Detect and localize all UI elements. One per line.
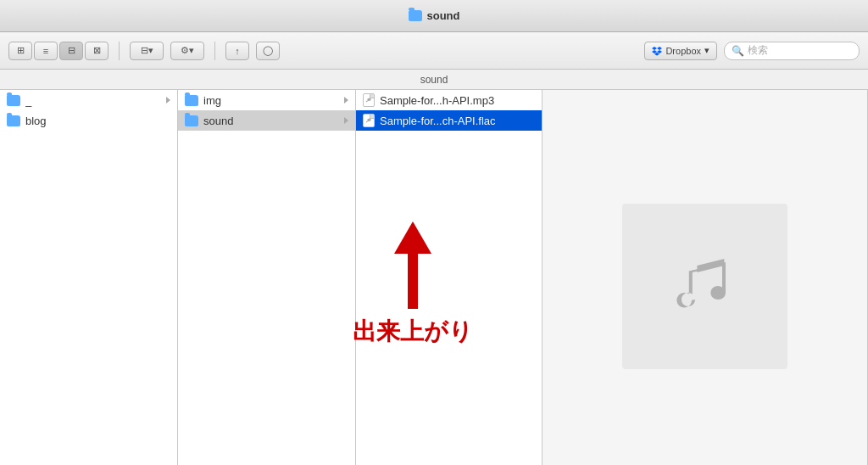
music-note-preview <box>671 252 739 320</box>
title-bar-title: sound <box>409 9 460 22</box>
item-label: Sample-for...ch-API.flac <box>380 115 535 127</box>
folder-icon <box>185 95 198 106</box>
preview-box <box>622 204 787 369</box>
action-btn[interactable]: ⚙▾ <box>170 42 204 60</box>
dropbox-btn[interactable]: Dropbox ▾ <box>644 42 717 60</box>
chevron-right-icon <box>166 97 170 104</box>
path-bar: sound <box>0 70 868 90</box>
item-label: Sample-for...h-API.mp3 <box>380 94 535 107</box>
toolbar: ⊞ ≡ ⊟ ⊠ ⊟▾ ⚙▾ ↑ ◯ Dropbox ▾ 🔍 検索 <box>0 32 868 70</box>
item-label: _ <box>25 94 161 107</box>
file-icon <box>363 93 375 107</box>
chevron-right-icon <box>344 117 348 124</box>
finder-content: _ blog img sound Sample-for...h-API.mp3 <box>0 90 868 465</box>
column-1: _ blog <box>0 90 178 465</box>
dropbox-chevron: ▾ <box>704 45 709 56</box>
toolbar-separator-2 <box>214 42 215 60</box>
arrange-btn[interactable]: ⊟▾ <box>130 42 164 60</box>
item-label: blog <box>25 115 170 127</box>
column-3: Sample-for...h-API.mp3 Sample-for...ch-A… <box>356 90 542 465</box>
view-switcher: ⊞ ≡ ⊟ ⊠ <box>8 42 108 60</box>
item-label: img <box>203 94 339 107</box>
view-column-btn[interactable]: ⊟ <box>59 42 83 60</box>
list-item[interactable]: blog <box>0 110 177 131</box>
path-label: sound <box>420 74 448 86</box>
view-list-btn[interactable]: ≡ <box>34 42 58 60</box>
search-placeholder: 検索 <box>748 43 768 58</box>
list-item[interactable]: Sample-for...ch-API.flac <box>356 110 542 131</box>
preview-pane <box>542 90 868 465</box>
search-icon: 🔍 <box>732 45 744 57</box>
dropbox-icon <box>652 46 662 56</box>
tag-btn[interactable]: ◯ <box>256 42 280 60</box>
title-folder-icon <box>409 10 422 21</box>
chevron-right-icon <box>344 97 348 104</box>
window-title: sound <box>427 9 460 22</box>
title-bar: sound <box>0 0 868 32</box>
list-item[interactable]: sound <box>178 110 355 131</box>
view-cover-btn[interactable]: ⊠ <box>85 42 108 60</box>
file-icon <box>363 114 375 127</box>
dropbox-label: Dropbox <box>665 46 701 56</box>
list-item[interactable]: img <box>178 90 355 110</box>
folder-icon <box>7 95 20 106</box>
toolbar-separator-1 <box>119 42 120 60</box>
column-2: img sound <box>178 90 356 465</box>
folder-icon <box>185 115 198 126</box>
share-btn[interactable]: ↑ <box>225 42 249 60</box>
folder-icon <box>7 115 20 126</box>
list-item[interactable]: Sample-for...h-API.mp3 <box>356 90 542 110</box>
search-box[interactable]: 🔍 検索 <box>724 42 860 60</box>
view-icon-btn[interactable]: ⊞ <box>8 42 32 60</box>
list-item[interactable]: _ <box>0 90 177 110</box>
item-label: sound <box>203 115 339 127</box>
